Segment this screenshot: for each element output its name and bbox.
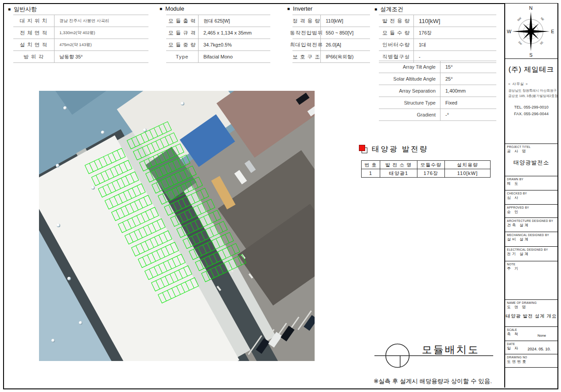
compass-rose-icon: N S W E NW NE SW SE xyxy=(505,4,557,58)
compass-ne-label: NE xyxy=(540,17,545,21)
table-value-cell: 475m2(약 143평) xyxy=(55,39,92,50)
table-label-cell: 모 듈 중 량 xyxy=(166,39,199,50)
table-row: 정 격 용 량110[kW] xyxy=(292,15,370,27)
table-value-cell: 550 ~ 850[V] xyxy=(321,27,354,39)
date-block: DATE 일 자 2024. 05. 10. xyxy=(505,341,557,354)
general-info-table: 대 지 위 치경남 진주시 사봉면 사곡리전 체 면 적1,330m2(약 40… xyxy=(13,15,148,63)
table-row: 인버터수량1대 xyxy=(379,39,496,51)
compass-n-label: N xyxy=(529,5,533,11)
block-label-en: ELECTRICAL DESIGNED BY xyxy=(505,247,557,251)
table-row: Structure TypeFixed xyxy=(379,97,496,109)
roof-vent-dot xyxy=(91,186,95,190)
block-label-ko: 도면번호 xyxy=(505,359,557,365)
block-label-en: APPROVED BY xyxy=(505,205,557,209)
table-label-cell: Structure Type xyxy=(379,97,440,109)
table-value-cell: 남동향 35° xyxy=(55,51,83,62)
block-label-en: NOTE xyxy=(505,261,557,266)
compass-sw-label: SW xyxy=(518,41,522,46)
footnote-text: ※실측 후 설계시 해당용량과 상이할 수 있음. xyxy=(374,377,492,385)
project-title-value: 태양광발전소 xyxy=(505,159,557,167)
generation-data-cell: 태양광1 xyxy=(380,169,417,177)
drawing-name-block: NAME OF DRAWING 도 면 명 태양광 발전 설계 개요 xyxy=(505,300,557,327)
table-value-cell: 현대 625[W] xyxy=(199,15,230,27)
table-value-cell: Fixed xyxy=(440,97,457,109)
company-address-line2: 금강로 185, 3층(평가빌딩제2호청사) xyxy=(508,93,557,99)
block-label-en: MECHANICAL DESIGNED BY xyxy=(505,232,557,237)
table-row: 모 듈 출 력현대 625[W] xyxy=(166,15,270,27)
table-value-cell: 1대 xyxy=(414,39,426,50)
generation-data-cell: 1 xyxy=(362,169,380,177)
roof-vent-dot xyxy=(63,106,67,110)
table-value-cell: 34.7kg±0.5% xyxy=(199,39,232,50)
compass-w-label: W xyxy=(507,29,512,34)
office-label: < 사무실 > xyxy=(508,82,557,86)
table-label-cell: 방 위 각 xyxy=(13,51,55,62)
satellite-shape xyxy=(234,170,247,185)
table-label-cell: 정 격 용 량 xyxy=(292,15,321,27)
table-row: 모 듈 규 격2,465 x 1,134 x 35mm xyxy=(166,27,270,39)
table-value-cell: 2,465 x 1,134 x 35mm xyxy=(199,27,252,39)
table-value-cell: 176장 xyxy=(414,27,432,39)
block-label-ko: 전기 설계 xyxy=(505,251,557,257)
table-label-cell: Solar Altitude Angle xyxy=(379,73,440,85)
table-label-cell: 모 듈 수 량 xyxy=(379,27,414,39)
empty-block xyxy=(505,368,557,388)
table-label-cell: 모 듈 출 력 xyxy=(166,15,199,27)
table-label-cell: 최대입력전류 xyxy=(292,39,321,50)
roof-vent-dot xyxy=(101,131,105,134)
square-bullet-icon: ■ xyxy=(287,6,290,11)
generation-header-cell: 발 전 소 명 xyxy=(380,161,417,169)
table-label-cell: 동작전압범위 xyxy=(292,27,321,39)
square-bullet-icon: ■ xyxy=(374,7,377,12)
block-label-en: DRAWN BY xyxy=(505,176,557,181)
compass-box: N S W E NW NE SW SE xyxy=(505,4,557,59)
block-label-en: DRAWING NO xyxy=(505,354,557,359)
company-box: (주) 제일테크 < 사무실 > 경상남도 창원특례시 마산회원구 금강로 18… xyxy=(505,59,557,144)
table-row: 대 지 위 치경남 진주시 사봉면 사곡리 xyxy=(13,15,148,27)
roof-vent-dot xyxy=(51,339,55,342)
table-label-cell: Array Separation xyxy=(379,85,440,97)
table-value-cell: IP66(옥외형) xyxy=(321,51,354,62)
electrical-designed-block: ELECTRICAL DESIGNED BY 전기 설계 xyxy=(505,247,557,261)
section-title-general: ■일반사항 xyxy=(8,5,37,13)
table-row: Array Separation1,400mm xyxy=(379,85,496,97)
table-row: 방 위 각남동향 35° xyxy=(13,51,148,63)
generation-section-header: 태양광 발전량 xyxy=(359,144,429,154)
block-label-ko: 주 기 xyxy=(505,266,557,272)
architecture-designed-block: ARCHITECTURE DESIGNED BY 건축 설계 xyxy=(505,218,557,232)
table-label-cell: 설 치 면 적 xyxy=(13,39,55,50)
company-tel: TEL. 055-299-0010 xyxy=(505,104,557,111)
compass-s-label: S xyxy=(529,52,532,58)
generation-header-cell: 번 호 xyxy=(362,161,380,169)
note-block: NOTE 주 기 xyxy=(505,261,557,300)
table-row: 설 치 면 적475m2(약 143평) xyxy=(13,39,148,51)
roof-vent-dot xyxy=(181,102,184,105)
satellite-layout-image xyxy=(39,91,315,361)
drawn-by-block: DRAWN BY 제 도 xyxy=(505,176,557,190)
generation-data-cell: 110[kW] xyxy=(445,169,490,177)
table-label-cell: 대 지 위 치 xyxy=(13,15,55,27)
checked-by-block: CHECKED BY 심 사 xyxy=(505,190,557,205)
table-value-cell: 25° xyxy=(440,73,453,85)
table-label-cell: Array Tilt Angle xyxy=(379,61,440,73)
roof-vent-dot xyxy=(57,224,60,227)
company-name: (주) 제일테크 xyxy=(505,65,557,74)
table-label-cell: 발 전 용 량 xyxy=(379,15,414,27)
table-row: 모 듈 수 량176장 xyxy=(379,27,496,39)
company-address-line1: 경상남도 창원특례시 마산회원구 xyxy=(508,88,557,93)
inverter-spec-table: 정 격 용 량110[kW]동작전압범위550 ~ 850[V]최대입력전류26… xyxy=(292,15,370,63)
drawing-title-label: 모듈배치도 xyxy=(422,343,479,357)
table-value-cell: 1,330m2(약 402평) xyxy=(55,27,95,39)
module-spec-table: 모 듈 출 력현대 625[W]모 듈 규 격2,465 x 1,134 x 3… xyxy=(166,15,270,63)
block-label-ko: 승 인 xyxy=(505,209,557,215)
date-value: 2024. 05. 10. xyxy=(521,347,557,351)
project-title-block: PROJECT TITEL 공 사 명 태양광발전소 xyxy=(505,144,557,176)
generation-data-cell: 176장 xyxy=(417,169,445,177)
design-conditions-table: 발 전 용 량110[kW]모 듈 수 량176장인버터수량1대직병렬구성- xyxy=(379,15,496,63)
block-label-en: PROJECT TITEL xyxy=(505,144,557,148)
compass-nw-label: NW xyxy=(517,16,522,21)
table-value-cell: 110[kW] xyxy=(414,15,440,27)
table-label-cell: 전 체 면 적 xyxy=(13,27,55,39)
table-row: 전 체 면 적1,330m2(약 402평) xyxy=(13,27,148,39)
square-bullet-icon: ■ xyxy=(8,7,11,12)
